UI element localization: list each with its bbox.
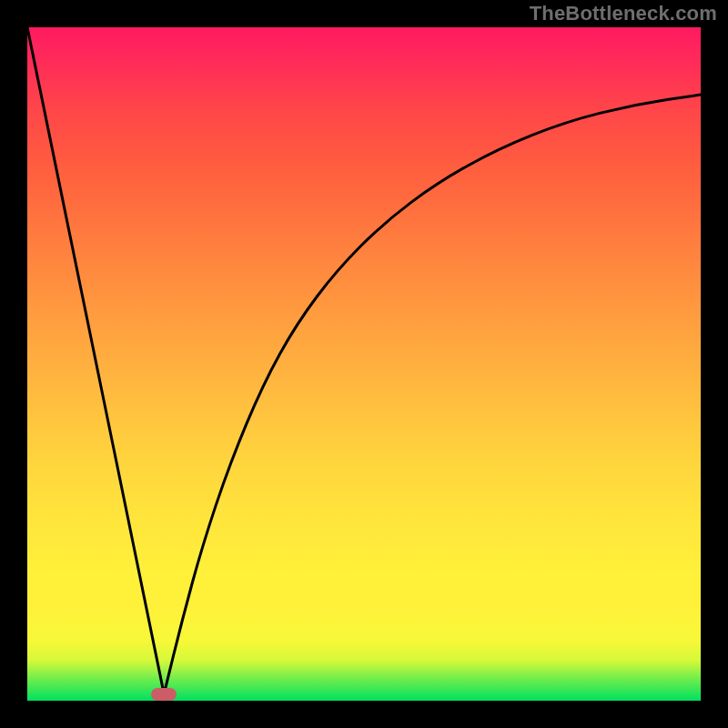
curve-svg bbox=[27, 27, 701, 701]
bottleneck-curve bbox=[27, 27, 701, 694]
minimum-marker bbox=[151, 688, 177, 701]
watermark-text: TheBottleneck.com bbox=[530, 2, 717, 25]
plot-area bbox=[27, 27, 701, 701]
chart-frame: TheBottleneck.com bbox=[0, 0, 728, 728]
